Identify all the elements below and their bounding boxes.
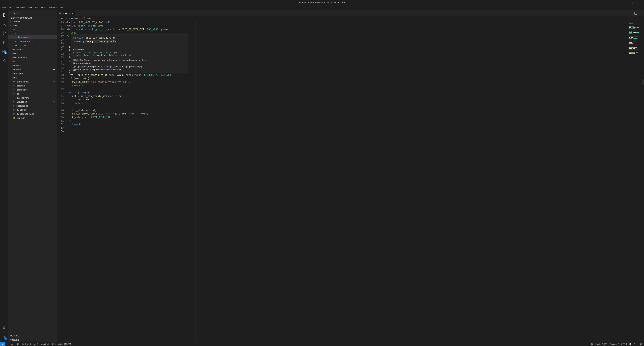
code-line-28[interactable]: // Logs (66, 31, 644, 34)
file-cmakelists-txt[interactable]: MCMakeLists.txt (8, 39, 57, 43)
menu-edit[interactable]: Edit (8, 6, 14, 9)
code-line-48[interactable]: return 0; (66, 101, 644, 105)
menu-help[interactable]: Help (58, 6, 66, 9)
cursor-position[interactable]: Ln 45, Col 17 (596, 343, 608, 345)
tab-main-cc[interactable]: C⁺ main.cc × (57, 10, 75, 16)
folder--west[interactable]: ›.west (8, 23, 57, 27)
chevron-right-icon[interactable]: › (9, 56, 12, 59)
menu-go[interactable]: Go (34, 6, 40, 9)
folder-manifest[interactable]: ›manifest (8, 63, 57, 67)
folder-third-party[interactable]: ›third_party (8, 72, 57, 76)
menu-selection[interactable]: Selection (14, 6, 26, 9)
code-line-24[interactable]: #define SLEEP_TIME_MS 1000 (66, 24, 644, 27)
chevron-right-icon[interactable]: › (9, 48, 12, 51)
close-button[interactable]: ✕ (636, 0, 644, 5)
ports[interactable]: 0 (33, 343, 38, 345)
code-line-46[interactable]: ret = gpio_pin_toggle_dt(spec: &led); (66, 94, 644, 98)
code-area[interactable]: 2324252627282930313233343536373839404142… (57, 20, 644, 342)
source-control-icon[interactable] (0, 29, 8, 37)
gear-icon[interactable]: 1 (0, 333, 8, 341)
account-icon[interactable] (0, 324, 8, 332)
folder--vscode[interactable]: ›.vscode (8, 19, 57, 23)
clangd-status[interactable]: clangd: idle (40, 343, 50, 345)
breadcrumb-main-cc[interactable]: main.cc (71, 17, 81, 20)
test-tube-icon[interactable] (0, 56, 8, 64)
file-cipd-json[interactable]: {}cipd.json (8, 116, 57, 120)
chevron-right-icon[interactable]: › (9, 76, 12, 79)
folder-build[interactable]: ›build (8, 51, 57, 55)
breadcrumb-app[interactable]: app (59, 17, 63, 20)
encoding[interactable]: UTF-8 (621, 343, 627, 345)
file-bootstrap-sh[interactable]: $bootstrap.sh (8, 104, 57, 108)
explorer-more-icon[interactable]: ⋯ (52, 11, 55, 15)
code-line-40[interactable]: ret = gpio_pin_configure_dt(spec: &led, … (66, 73, 644, 77)
split-editor-icon[interactable] (634, 12, 637, 15)
folder-app[interactable]: ⌄app (8, 27, 57, 31)
chevron-down-icon[interactable]: ⌄ (9, 28, 12, 31)
menu-file[interactable]: File (1, 6, 7, 9)
extensions-icon[interactable]: 2 (0, 47, 8, 55)
notifications-icon[interactable] (640, 343, 642, 345)
file-activate-sh[interactable]: $activate.sh↩ (8, 100, 57, 104)
menu-terminal[interactable]: Terminal (47, 6, 58, 9)
chevron-right-icon[interactable]: › (9, 64, 12, 67)
folder-bootloader[interactable]: ›bootloader (8, 47, 57, 51)
fold-handle[interactable] (642, 79, 644, 84)
code-line-49[interactable]: } (66, 105, 644, 108)
code-line-52[interactable]: k_msleep(ms: SLEEP_TIME_MS); (66, 115, 644, 119)
code-line-26[interactable]: static const struct gpio_dt_spec led = G… (66, 27, 644, 31)
files-icon[interactable] (0, 11, 8, 19)
project-header[interactable]: ⌄ ZEPHYR-QUICKSTART (8, 16, 57, 19)
code-line-42[interactable]: PW_LOG_ERROR("LED configuration failed")… (66, 80, 644, 84)
chevron-right-icon[interactable]: › (9, 24, 12, 27)
remote-indicator[interactable] (0, 342, 5, 346)
timeline-section[interactable]: › TIMELINE (8, 338, 57, 342)
problems[interactable]: 1 0 (22, 343, 31, 345)
outline-section[interactable]: › OUTLINE (8, 334, 57, 338)
breadcrumb-main[interactable]: main (84, 17, 92, 20)
code-line-44[interactable]: } (66, 87, 644, 91)
chevron-right-icon[interactable]: › (9, 68, 12, 71)
code-line-41[interactable]: if (ret < 0) { (66, 77, 644, 80)
code-line-47[interactable]: if (ret < 0) { (66, 98, 644, 101)
file--gn[interactable]: .gn (8, 92, 57, 96)
file-prj-conf[interactable]: prj.conf (8, 43, 57, 47)
code-line-23[interactable]: #define LED0_NODE DT_ALIAS(led0) (66, 20, 644, 24)
file--gitignore[interactable]: ◆.gitignore (8, 84, 57, 88)
maximize-button[interactable]: ▢ (628, 0, 636, 5)
code-line-54[interactable]: return 0; (66, 123, 644, 126)
chevron-right-icon[interactable]: › (9, 72, 12, 75)
menu-run[interactable]: Run (40, 6, 46, 9)
code-line-45[interactable]: while (true) { (66, 91, 644, 94)
file--gitmodules[interactable]: ◆.gitmodules (8, 88, 57, 92)
folder-lib[interactable]: ›lib (8, 59, 57, 63)
indentation[interactable]: Spaces: 2 (610, 343, 619, 345)
chevron-right-icon[interactable]: › (9, 60, 12, 63)
minimap[interactable] (627, 20, 644, 54)
file-main-cc[interactable]: C⁺main.cc (8, 35, 57, 39)
close-icon[interactable]: × (72, 12, 73, 15)
git-branch[interactable]: main (8, 343, 15, 345)
more-icon[interactable]: ⋯ (639, 11, 642, 15)
code-line-51[interactable]: PW_LOG_INFO("LED state: %s", led_state ?… (66, 112, 644, 115)
language-mode[interactable]: C++ (634, 343, 638, 345)
eol[interactable]: LF (629, 343, 632, 345)
file--clang-format[interactable]: .clang-format↩ (8, 80, 57, 84)
file-build-gn[interactable]: BUILD.gn (8, 108, 57, 112)
search-icon[interactable] (0, 20, 8, 28)
file--pw-ide-yaml[interactable]: !.pw_ide.yaml (8, 96, 57, 100)
zoom-icon[interactable] (591, 343, 593, 345)
menu-view[interactable]: View (26, 6, 34, 9)
folder-src[interactable]: ⌄src (8, 31, 57, 35)
code-line-43[interactable]: return 0; (66, 84, 644, 87)
folder-build-overrides[interactable]: ›build_overrides (8, 55, 57, 59)
run-debug-icon[interactable] (0, 38, 8, 46)
file-buildconfig-gn[interactable]: BUILDCONFIG.gn (8, 112, 57, 116)
minimize-button[interactable]: — (621, 0, 628, 5)
chevron-down-icon[interactable]: ⌄ (12, 32, 14, 35)
code-line-53[interactable]: } (66, 119, 644, 123)
chevron-right-icon[interactable]: › (9, 20, 12, 23)
breadcrumb-src[interactable]: src (66, 17, 68, 20)
folder-modules[interactable]: ›modules (8, 67, 57, 72)
folder-tools[interactable]: ›tools (8, 76, 57, 80)
